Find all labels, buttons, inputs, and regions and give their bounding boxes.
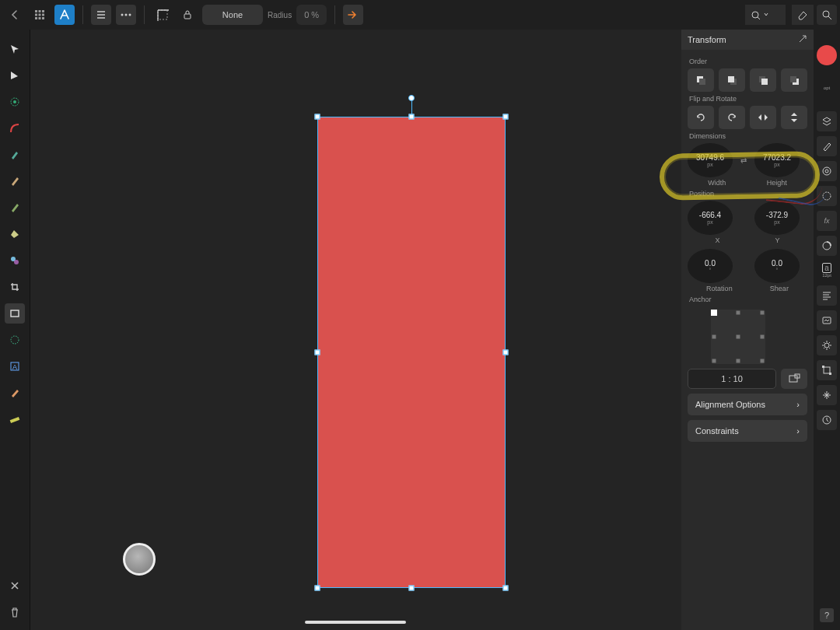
- svg-point-14: [11, 98, 19, 106]
- svg-rect-1: [39, 10, 41, 12]
- handle-sw[interactable]: [315, 586, 320, 591]
- svg-rect-0: [35, 10, 37, 12]
- svg-point-19: [11, 336, 19, 344]
- panel-expand-icon[interactable]: [798, 34, 807, 45]
- svg-rect-18: [11, 310, 19, 317]
- menu-button[interactable]: [91, 5, 111, 25]
- contour-tool[interactable]: [5, 92, 25, 112]
- lock-aspect-icon[interactable]: [177, 5, 198, 25]
- x-input[interactable]: -666.4 px: [688, 201, 733, 235]
- svg-rect-35: [697, 76, 703, 82]
- back-button[interactable]: [5, 5, 25, 25]
- fill-tool[interactable]: [5, 224, 25, 244]
- convert-to-curves-button[interactable]: [343, 5, 363, 25]
- rotation-input[interactable]: 0.0 °: [688, 249, 733, 283]
- move-tool[interactable]: [5, 39, 25, 59]
- svg-point-25: [825, 170, 828, 173]
- stroke-panel-icon[interactable]: [817, 161, 837, 181]
- bounds-icon[interactable]: [152, 5, 173, 25]
- shear-label: Shear: [770, 285, 789, 292]
- vector-crop-tool[interactable]: [5, 277, 25, 297]
- handle-n[interactable]: [409, 114, 415, 120]
- color-picker-tool[interactable]: [5, 383, 25, 403]
- constraints-accordion[interactable]: Constraints ›: [688, 420, 807, 442]
- zoom-search-icon[interactable]: [817, 5, 837, 25]
- help-icon[interactable]: ?: [820, 608, 834, 622]
- rotate-cw-button[interactable]: [688, 106, 714, 129]
- svg-point-23: [823, 11, 829, 17]
- ratio-apply-button[interactable]: [781, 369, 807, 389]
- navigator-puck[interactable]: [123, 543, 156, 576]
- shape-tool[interactable]: [5, 330, 25, 350]
- node-tool[interactable]: [5, 65, 25, 86]
- paragraph-panel-icon[interactable]: [817, 285, 837, 306]
- svg-rect-44: [795, 374, 800, 378]
- radius-value[interactable]: 0 %: [296, 5, 327, 25]
- radius-label: Radius: [268, 11, 292, 19]
- svg-rect-41: [793, 79, 799, 85]
- svg-point-9: [121, 14, 124, 16]
- move-backward-button[interactable]: [750, 68, 776, 92]
- handle-s[interactable]: [409, 586, 415, 591]
- handle-se[interactable]: [503, 586, 509, 591]
- svg-rect-40: [761, 79, 768, 85]
- flip-horizontal-button[interactable]: [750, 106, 776, 129]
- handle-nw[interactable]: [315, 114, 320, 120]
- adjustments-panel-icon[interactable]: [817, 186, 837, 206]
- brush-panel-icon[interactable]: [817, 136, 837, 156]
- eraser-tool[interactable]: [792, 5, 814, 25]
- selected-rectangle[interactable]: [317, 117, 506, 588]
- rotation-handle[interactable]: [408, 95, 415, 101]
- anchor-selector[interactable]: [711, 310, 765, 364]
- close-icon[interactable]: [5, 576, 25, 596]
- assets-panel-icon[interactable]: [817, 310, 837, 331]
- text-panel-icon[interactable]: a12pt: [817, 261, 837, 281]
- handle-e[interactable]: [503, 350, 509, 355]
- trash-icon[interactable]: [5, 602, 25, 622]
- width-input[interactable]: 30749.6 px: [688, 143, 733, 177]
- transparency-tool[interactable]: [5, 250, 25, 271]
- artistic-text-tool[interactable]: A: [5, 356, 25, 376]
- x-label: X: [715, 236, 719, 244]
- vector-brush-tool[interactable]: [5, 198, 25, 218]
- fx-panel-icon[interactable]: fx: [817, 211, 837, 231]
- panel-title: Transform: [688, 35, 726, 44]
- y-input[interactable]: -372.9 px: [754, 201, 800, 235]
- app-icon[interactable]: [54, 5, 75, 25]
- svg-rect-39: [759, 76, 765, 82]
- ruler-tool[interactable]: [5, 409, 25, 429]
- y-label: Y: [775, 236, 779, 244]
- move-forward-button[interactable]: [719, 68, 745, 92]
- more-button[interactable]: [116, 5, 136, 25]
- move-to-back-button[interactable]: [781, 68, 807, 92]
- styles-panel-icon[interactable]: [817, 236, 837, 256]
- layers-panel-icon[interactable]: [817, 111, 837, 131]
- snapping-icon[interactable]: [817, 385, 837, 405]
- corner-tool[interactable]: [5, 118, 25, 138]
- left-tool-strip: A: [0, 30, 30, 630]
- color-swatch[interactable]: [817, 45, 837, 65]
- history-panel-icon[interactable]: [817, 410, 837, 430]
- svg-rect-8: [42, 17, 44, 19]
- transform-panel-icon[interactable]: [817, 360, 837, 380]
- settings-icon[interactable]: [817, 335, 837, 355]
- view-mode-button[interactable]: [745, 5, 784, 25]
- svg-rect-4: [39, 14, 41, 16]
- rectangle-tool[interactable]: [5, 303, 25, 324]
- alignment-options-accordion[interactable]: Alignment Options ›: [688, 394, 807, 415]
- link-dimensions-icon[interactable]: ⇄: [736, 156, 751, 165]
- rotate-ccw-button[interactable]: [719, 106, 745, 129]
- pen-tool[interactable]: [5, 145, 25, 165]
- handle-w[interactable]: [315, 350, 320, 355]
- grid-view-icon[interactable]: [30, 5, 50, 25]
- ratio-input[interactable]: 1 : 10: [688, 369, 776, 389]
- shear-input[interactable]: 0.0 °: [754, 249, 800, 283]
- svg-rect-6: [35, 17, 37, 19]
- style-dropdown[interactable]: None: [202, 5, 263, 25]
- height-input[interactable]: 77023.2 px: [754, 143, 800, 177]
- canvas[interactable]: [30, 30, 681, 630]
- flip-vertical-button[interactable]: [781, 106, 807, 129]
- move-to-front-button[interactable]: [688, 68, 714, 92]
- pencil-tool[interactable]: [5, 171, 25, 191]
- handle-ne[interactable]: [503, 114, 509, 120]
